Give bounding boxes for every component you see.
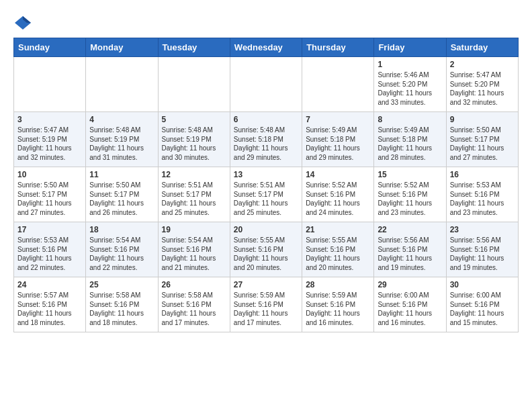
day-info: Sunrise: 5:48 AM Sunset: 5:18 PM Dayligh… bbox=[234, 126, 298, 162]
calendar-week-5: 24Sunrise: 5:57 AM Sunset: 5:16 PM Dayli… bbox=[14, 277, 519, 332]
calendar-cell: 20Sunrise: 5:55 AM Sunset: 5:16 PM Dayli… bbox=[230, 222, 302, 277]
day-info: Sunrise: 5:52 AM Sunset: 5:16 PM Dayligh… bbox=[378, 181, 442, 217]
day-number: 13 bbox=[234, 170, 298, 179]
weekday-header-sunday: Sunday bbox=[14, 38, 86, 57]
day-info: Sunrise: 5:58 AM Sunset: 5:16 PM Dayligh… bbox=[162, 291, 226, 327]
day-number: 26 bbox=[162, 280, 226, 289]
weekday-header-saturday: Saturday bbox=[446, 38, 518, 57]
day-number: 1 bbox=[378, 60, 442, 69]
calendar-cell: 14Sunrise: 5:52 AM Sunset: 5:16 PM Dayli… bbox=[302, 167, 374, 222]
day-number: 18 bbox=[89, 225, 154, 234]
day-info: Sunrise: 5:48 AM Sunset: 5:19 PM Dayligh… bbox=[89, 126, 154, 162]
calendar: SundayMondayTuesdayWednesdayThursdayFrid… bbox=[13, 38, 519, 332]
day-info: Sunrise: 5:50 AM Sunset: 5:17 PM Dayligh… bbox=[17, 181, 82, 217]
day-number: 17 bbox=[17, 225, 82, 234]
calendar-cell: 21Sunrise: 5:55 AM Sunset: 5:16 PM Dayli… bbox=[302, 222, 374, 277]
day-info: Sunrise: 5:51 AM Sunset: 5:17 PM Dayligh… bbox=[162, 181, 226, 217]
day-number: 8 bbox=[378, 115, 442, 124]
calendar-cell: 25Sunrise: 5:58 AM Sunset: 5:16 PM Dayli… bbox=[86, 277, 158, 332]
calendar-cell: 15Sunrise: 5:52 AM Sunset: 5:16 PM Dayli… bbox=[374, 167, 446, 222]
calendar-cell: 9Sunrise: 5:50 AM Sunset: 5:17 PM Daylig… bbox=[446, 112, 518, 167]
calendar-cell: 24Sunrise: 5:57 AM Sunset: 5:16 PM Dayli… bbox=[14, 277, 86, 332]
day-number: 22 bbox=[378, 225, 442, 234]
calendar-cell: 7Sunrise: 5:49 AM Sunset: 5:18 PM Daylig… bbox=[302, 112, 374, 167]
calendar-cell: 11Sunrise: 5:50 AM Sunset: 5:17 PM Dayli… bbox=[86, 167, 158, 222]
calendar-cell: 23Sunrise: 5:56 AM Sunset: 5:16 PM Dayli… bbox=[446, 222, 518, 277]
calendar-week-3: 10Sunrise: 5:50 AM Sunset: 5:17 PM Dayli… bbox=[14, 167, 519, 222]
day-number: 30 bbox=[450, 280, 515, 289]
day-number: 14 bbox=[306, 170, 370, 179]
day-info: Sunrise: 5:46 AM Sunset: 5:20 PM Dayligh… bbox=[378, 71, 442, 107]
day-info: Sunrise: 5:50 AM Sunset: 5:17 PM Dayligh… bbox=[89, 181, 154, 217]
calendar-cell: 3Sunrise: 5:47 AM Sunset: 5:19 PM Daylig… bbox=[14, 112, 86, 167]
calendar-week-4: 17Sunrise: 5:53 AM Sunset: 5:16 PM Dayli… bbox=[14, 222, 519, 277]
calendar-cell: 18Sunrise: 5:54 AM Sunset: 5:16 PM Dayli… bbox=[86, 222, 158, 277]
calendar-cell: 1Sunrise: 5:46 AM Sunset: 5:20 PM Daylig… bbox=[374, 57, 446, 112]
day-info: Sunrise: 5:50 AM Sunset: 5:17 PM Dayligh… bbox=[450, 126, 515, 162]
weekday-header-tuesday: Tuesday bbox=[158, 38, 230, 57]
calendar-cell: 12Sunrise: 5:51 AM Sunset: 5:17 PM Dayli… bbox=[158, 167, 230, 222]
weekday-header-row: SundayMondayTuesdayWednesdayThursdayFrid… bbox=[14, 38, 519, 57]
calendar-cell: 10Sunrise: 5:50 AM Sunset: 5:17 PM Dayli… bbox=[14, 167, 86, 222]
day-number: 9 bbox=[450, 115, 515, 124]
day-info: Sunrise: 5:51 AM Sunset: 5:17 PM Dayligh… bbox=[234, 181, 298, 217]
calendar-cell: 28Sunrise: 5:59 AM Sunset: 5:16 PM Dayli… bbox=[302, 277, 374, 332]
day-info: Sunrise: 6:00 AM Sunset: 5:16 PM Dayligh… bbox=[450, 291, 515, 327]
day-number: 23 bbox=[450, 225, 515, 234]
day-number: 19 bbox=[162, 225, 226, 234]
calendar-cell: 6Sunrise: 5:48 AM Sunset: 5:18 PM Daylig… bbox=[230, 112, 302, 167]
day-info: Sunrise: 5:49 AM Sunset: 5:18 PM Dayligh… bbox=[378, 126, 442, 162]
calendar-week-2: 3Sunrise: 5:47 AM Sunset: 5:19 PM Daylig… bbox=[14, 112, 519, 167]
day-info: Sunrise: 5:54 AM Sunset: 5:16 PM Dayligh… bbox=[89, 236, 154, 272]
weekday-header-monday: Monday bbox=[86, 38, 158, 57]
day-info: Sunrise: 5:52 AM Sunset: 5:16 PM Dayligh… bbox=[306, 181, 370, 217]
day-number: 24 bbox=[17, 280, 82, 289]
day-number: 6 bbox=[234, 115, 298, 124]
day-info: Sunrise: 5:53 AM Sunset: 5:16 PM Dayligh… bbox=[17, 236, 82, 272]
calendar-cell: 27Sunrise: 5:59 AM Sunset: 5:16 PM Dayli… bbox=[230, 277, 302, 332]
calendar-cell: 4Sunrise: 5:48 AM Sunset: 5:19 PM Daylig… bbox=[86, 112, 158, 167]
calendar-cell bbox=[86, 57, 158, 112]
calendar-cell bbox=[302, 57, 374, 112]
page: SundayMondayTuesdayWednesdayThursdayFrid… bbox=[0, 0, 532, 339]
day-number: 27 bbox=[234, 280, 298, 289]
calendar-cell: 5Sunrise: 5:48 AM Sunset: 5:19 PM Daylig… bbox=[158, 112, 230, 167]
day-number: 15 bbox=[378, 170, 442, 179]
calendar-cell: 8Sunrise: 5:49 AM Sunset: 5:18 PM Daylig… bbox=[374, 112, 446, 167]
header bbox=[13, 13, 519, 32]
day-info: Sunrise: 5:55 AM Sunset: 5:16 PM Dayligh… bbox=[234, 236, 298, 272]
calendar-cell bbox=[14, 57, 86, 112]
day-number: 25 bbox=[89, 280, 154, 289]
calendar-cell bbox=[158, 57, 230, 112]
day-number: 2 bbox=[450, 60, 515, 69]
calendar-cell: 17Sunrise: 5:53 AM Sunset: 5:16 PM Dayli… bbox=[14, 222, 86, 277]
day-info: Sunrise: 5:47 AM Sunset: 5:20 PM Dayligh… bbox=[450, 71, 515, 107]
logo-icon bbox=[13, 13, 32, 32]
day-info: Sunrise: 5:58 AM Sunset: 5:16 PM Dayligh… bbox=[89, 291, 154, 327]
day-number: 4 bbox=[89, 115, 154, 124]
calendar-week-1: 1Sunrise: 5:46 AM Sunset: 5:20 PM Daylig… bbox=[14, 57, 519, 112]
day-info: Sunrise: 5:57 AM Sunset: 5:16 PM Dayligh… bbox=[17, 291, 82, 327]
logo bbox=[13, 13, 35, 32]
calendar-cell: 2Sunrise: 5:47 AM Sunset: 5:20 PM Daylig… bbox=[446, 57, 518, 112]
calendar-cell: 26Sunrise: 5:58 AM Sunset: 5:16 PM Dayli… bbox=[158, 277, 230, 332]
day-info: Sunrise: 5:47 AM Sunset: 5:19 PM Dayligh… bbox=[17, 126, 82, 162]
day-info: Sunrise: 5:48 AM Sunset: 5:19 PM Dayligh… bbox=[162, 126, 226, 162]
calendar-cell bbox=[230, 57, 302, 112]
weekday-header-friday: Friday bbox=[374, 38, 446, 57]
day-number: 10 bbox=[17, 170, 82, 179]
day-number: 20 bbox=[234, 225, 298, 234]
calendar-cell: 22Sunrise: 5:56 AM Sunset: 5:16 PM Dayli… bbox=[374, 222, 446, 277]
day-number: 12 bbox=[162, 170, 226, 179]
day-info: Sunrise: 5:53 AM Sunset: 5:16 PM Dayligh… bbox=[450, 181, 515, 217]
calendar-cell: 16Sunrise: 5:53 AM Sunset: 5:16 PM Dayli… bbox=[446, 167, 518, 222]
day-info: Sunrise: 6:00 AM Sunset: 5:16 PM Dayligh… bbox=[378, 291, 442, 327]
day-info: Sunrise: 5:59 AM Sunset: 5:16 PM Dayligh… bbox=[306, 291, 370, 327]
day-info: Sunrise: 5:54 AM Sunset: 5:16 PM Dayligh… bbox=[162, 236, 226, 272]
day-info: Sunrise: 5:56 AM Sunset: 5:16 PM Dayligh… bbox=[450, 236, 515, 272]
calendar-cell: 30Sunrise: 6:00 AM Sunset: 5:16 PM Dayli… bbox=[446, 277, 518, 332]
calendar-cell: 13Sunrise: 5:51 AM Sunset: 5:17 PM Dayli… bbox=[230, 167, 302, 222]
weekday-header-wednesday: Wednesday bbox=[230, 38, 302, 57]
day-info: Sunrise: 5:56 AM Sunset: 5:16 PM Dayligh… bbox=[378, 236, 442, 272]
day-number: 16 bbox=[450, 170, 515, 179]
